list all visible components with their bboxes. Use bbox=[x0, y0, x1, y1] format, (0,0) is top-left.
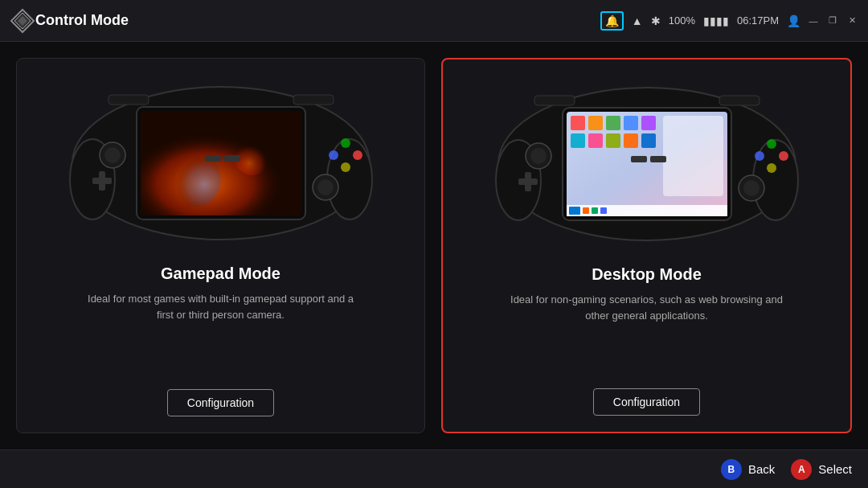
app-logo bbox=[10, 8, 35, 34]
svg-point-20 bbox=[341, 162, 350, 172]
svg-rect-24 bbox=[224, 155, 240, 162]
svg-rect-44 bbox=[641, 133, 656, 148]
gamepad-device-image bbox=[68, 75, 374, 252]
svg-rect-57 bbox=[719, 96, 760, 105]
svg-rect-32 bbox=[583, 207, 589, 214]
svg-rect-39 bbox=[641, 116, 656, 130]
desktop-mode-desc: Ideal for non-gaming scenarios, such as … bbox=[510, 292, 784, 323]
svg-rect-16 bbox=[99, 171, 105, 191]
restore-button[interactable]: ❐ bbox=[826, 14, 839, 27]
svg-point-10 bbox=[233, 135, 273, 175]
svg-point-54 bbox=[755, 151, 764, 161]
svg-rect-45 bbox=[663, 116, 723, 196]
svg-point-52 bbox=[767, 139, 776, 149]
back-label: Back bbox=[748, 462, 775, 476]
gamepad-mode-title: Gamepad Mode bbox=[161, 265, 280, 283]
battery-status: 100% bbox=[669, 14, 695, 27]
svg-rect-34 bbox=[600, 207, 607, 214]
user-icon: 👤 bbox=[787, 14, 800, 27]
svg-point-12 bbox=[104, 147, 121, 163]
svg-rect-8 bbox=[141, 111, 301, 215]
svg-rect-42 bbox=[606, 133, 620, 148]
svg-point-19 bbox=[329, 150, 338, 160]
svg-rect-56 bbox=[534, 96, 575, 105]
select-label: Select bbox=[818, 462, 852, 476]
close-button[interactable]: ✕ bbox=[845, 14, 858, 27]
svg-rect-35 bbox=[571, 116, 585, 130]
svg-rect-23 bbox=[205, 155, 221, 162]
titlebar: Control Mode 🔔 ▲ ✱ 100% ▮▮▮▮ 06:17PM 👤 —… bbox=[0, 0, 868, 42]
svg-point-53 bbox=[779, 151, 788, 161]
svg-point-18 bbox=[353, 150, 362, 160]
svg-rect-30 bbox=[567, 205, 727, 216]
main-content: Gamepad Mode Ideal for most games with b… bbox=[0, 42, 868, 449]
svg-rect-37 bbox=[606, 116, 620, 130]
battery-icon: ▮▮▮▮ bbox=[703, 14, 729, 27]
desktop-config-button[interactable]: Configuration bbox=[593, 388, 700, 416]
bottom-bar: B Back A Select bbox=[0, 449, 868, 488]
svg-rect-43 bbox=[624, 133, 638, 148]
svg-rect-21 bbox=[108, 95, 149, 105]
clock: 06:17PM bbox=[737, 14, 779, 27]
svg-rect-41 bbox=[588, 133, 603, 148]
bluetooth-icon: ✱ bbox=[651, 14, 661, 27]
svg-point-17 bbox=[341, 138, 350, 148]
svg-rect-58 bbox=[631, 156, 647, 162]
desktop-mode-card[interactable]: Desktop Mode Ideal for non-gaming scenar… bbox=[441, 58, 852, 433]
gamepad-mode-desc: Ideal for most games with built-in gamep… bbox=[84, 291, 358, 322]
svg-rect-22 bbox=[293, 95, 334, 105]
svg-point-47 bbox=[530, 148, 547, 164]
minimize-button[interactable]: — bbox=[807, 14, 820, 27]
svg-point-14 bbox=[317, 179, 334, 195]
page-title: Control Mode bbox=[35, 12, 600, 29]
svg-point-55 bbox=[767, 163, 776, 173]
select-action[interactable]: A Select bbox=[791, 459, 852, 480]
gamepad-mode-card[interactable]: Gamepad Mode Ideal for most games with b… bbox=[16, 58, 425, 433]
svg-rect-59 bbox=[650, 156, 666, 162]
gamepad-config-button[interactable]: Configuration bbox=[167, 389, 274, 416]
svg-rect-36 bbox=[588, 116, 603, 130]
svg-rect-33 bbox=[592, 207, 598, 214]
status-bar: 🔔 ▲ ✱ 100% ▮▮▮▮ 06:17PM 👤 bbox=[600, 11, 800, 31]
desktop-device-image bbox=[494, 76, 800, 252]
back-badge: B bbox=[721, 459, 742, 480]
svg-rect-31 bbox=[569, 207, 580, 215]
svg-rect-38 bbox=[624, 116, 638, 130]
back-action[interactable]: B Back bbox=[721, 459, 775, 480]
wifi-icon: ▲ bbox=[632, 14, 643, 27]
select-badge: A bbox=[791, 459, 812, 480]
desktop-mode-title: Desktop Mode bbox=[592, 265, 702, 284]
svg-point-49 bbox=[743, 180, 760, 196]
svg-rect-51 bbox=[525, 172, 531, 191]
notification-icon[interactable]: 🔔 bbox=[600, 11, 624, 31]
window-controls: — ❐ ✕ bbox=[807, 14, 858, 27]
svg-rect-40 bbox=[571, 133, 585, 148]
